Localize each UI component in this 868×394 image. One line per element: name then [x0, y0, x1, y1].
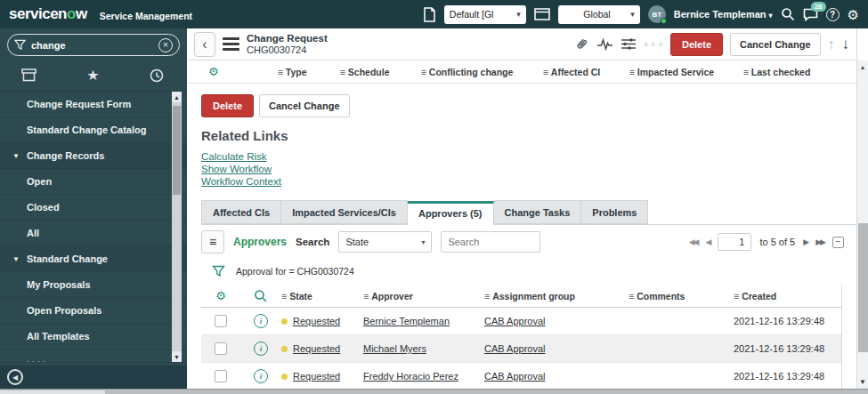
search-column-select[interactable]: State ▾: [338, 231, 432, 253]
minimize-list-icon[interactable]: −: [832, 237, 844, 248]
workflow-context-link[interactable]: Workflow Context: [201, 175, 856, 188]
filter-condition[interactable]: Approval for = CHG0030724: [236, 266, 354, 277]
list-context-menu-icon[interactable]: ≡: [201, 230, 224, 253]
info-icon[interactable]: i: [254, 314, 268, 328]
assignment-group-link[interactable]: CAB Approval: [484, 316, 629, 326]
next-record-icon[interactable]: ↓: [842, 36, 850, 53]
history-clock-icon[interactable]: [150, 68, 164, 83]
more-options-icon[interactable]: ○ ○ ○: [644, 41, 663, 47]
update-set-icon[interactable]: [423, 7, 436, 22]
clear-filter-icon[interactable]: ×: [158, 38, 173, 52]
horizontal-scrollbar-thumb[interactable]: [0, 390, 105, 394]
tab-affected-cis[interactable]: Affected CIs: [201, 200, 281, 224]
state-link[interactable]: Requested: [293, 343, 340, 354]
row-checkbox[interactable]: [215, 342, 227, 355]
search-icon[interactable]: [781, 7, 795, 21]
row-number-input[interactable]: [718, 233, 751, 251]
collapse-navigator-icon[interactable]: ◀: [7, 369, 23, 385]
sidebar-item-all-templates[interactable]: All Templates: [0, 324, 187, 350]
main-scrollbar[interactable]: ▲ ▼: [856, 28, 868, 389]
previous-record-icon[interactable]: ↑: [828, 36, 835, 52]
column-header-comments[interactable]: ≡Comments: [629, 291, 734, 302]
delete-button[interactable]: Delete: [201, 94, 254, 117]
sidebar-item-my-proposals[interactable]: My Proposals: [0, 272, 187, 298]
row-checkbox[interactable]: [215, 315, 227, 327]
row-checkbox[interactable]: [215, 370, 227, 382]
personalize-form-icon[interactable]: [621, 37, 637, 51]
column-header-state[interactable]: ≡State: [281, 291, 363, 302]
show-workflow-link[interactable]: Show Workflow: [201, 163, 856, 175]
scroll-down-icon[interactable]: ▼: [857, 375, 868, 389]
assignment-group-link[interactable]: CAB Approval: [484, 371, 629, 382]
sidebar-item-standard-change-catalog[interactable]: Standard Change Catalog: [0, 117, 187, 143]
column-header-assignment-group[interactable]: ≡Assignment group: [484, 291, 629, 302]
column-header-created[interactable]: ≡Created: [734, 291, 841, 302]
cancel-change-button[interactable]: Cancel Change: [259, 94, 349, 117]
sidebar-item-all[interactable]: All: [0, 221, 187, 246]
state-link[interactable]: Requested: [293, 371, 340, 382]
previous-page-icon[interactable]: ◀: [706, 237, 710, 246]
back-button[interactable]: ‹: [194, 32, 215, 57]
column-header-schedule[interactable]: ≡Schedule: [340, 67, 421, 77]
approver-link[interactable]: Freddy Horacio Perez: [363, 371, 484, 382]
scroll-down-icon[interactable]: ▼: [172, 351, 182, 362]
cancel-change-button[interactable]: Cancel Change: [730, 33, 820, 56]
column-header-approver[interactable]: ≡Approver: [363, 291, 484, 302]
connect-chat-icon[interactable]: 28: [803, 8, 818, 21]
list-search-input[interactable]: [441, 231, 540, 253]
tab-impacted-services-cis[interactable]: Impacted Services/CIs: [281, 200, 408, 224]
sidebar-scrollbar[interactable]: ▲ ▼: [172, 92, 182, 362]
application-scope-icon[interactable]: [534, 8, 550, 20]
gear-icon[interactable]: ⚙: [208, 65, 219, 78]
column-header-impacted-service[interactable]: ≡Impacted Service: [629, 67, 743, 77]
scrollbar-track[interactable]: [857, 74, 868, 375]
horizontal-scrollbar[interactable]: [0, 389, 868, 394]
column-header-conflicting-change[interactable]: ≡Conflicting change: [421, 67, 543, 77]
avatar[interactable]: BT: [648, 5, 666, 23]
scrollbar-thumb[interactable]: [858, 223, 868, 352]
servicenow-logo[interactable]: servicenow: [9, 5, 87, 23]
column-header-last-checked[interactable]: ≡Last checked: [743, 67, 856, 77]
sidebar-item-open[interactable]: Open: [0, 169, 187, 195]
gear-icon[interactable]: ⚙: [201, 289, 240, 302]
form-context-menu-icon[interactable]: [223, 37, 239, 51]
sidebar-item-clipped[interactable]: · · · ·: [0, 350, 187, 363]
sidebar-scrollbar-thumb[interactable]: [173, 106, 181, 195]
user-menu[interactable]: Bernice Templeman▾: [674, 9, 773, 20]
scroll-up-icon[interactable]: ▲: [172, 92, 182, 102]
info-icon[interactable]: i: [254, 342, 268, 356]
all-applications-icon[interactable]: [21, 68, 37, 82]
favorites-star-icon[interactable]: ★: [86, 67, 99, 84]
info-icon[interactable]: i: [254, 369, 268, 383]
filter-funnel-icon[interactable]: [212, 265, 225, 277]
tab-problems[interactable]: Problems: [581, 200, 648, 224]
next-page-icon[interactable]: ▶: [803, 237, 807, 246]
navigator-filter-input[interactable]: [31, 40, 147, 51]
approver-link[interactable]: Bernice Templeman: [363, 316, 484, 326]
sidebar-item-change-request-form[interactable]: Change Request Form: [0, 92, 187, 117]
gear-icon[interactable]: ⚙: [848, 8, 859, 21]
delete-button[interactable]: Delete: [670, 33, 723, 56]
sidebar-item-closed[interactable]: Closed: [0, 195, 187, 221]
update-set-picker[interactable]: Default [Gl ▾: [444, 5, 526, 24]
last-page-icon[interactable]: ▶▶: [815, 237, 824, 246]
first-page-icon[interactable]: ◀◀: [689, 237, 698, 246]
sidebar-section-change-records[interactable]: ▼Change Records: [0, 143, 187, 169]
attachment-paperclip-icon[interactable]: [574, 36, 589, 52]
scroll-up-icon[interactable]: ▲: [857, 60, 868, 74]
approver-link[interactable]: Michael Myers: [363, 343, 484, 354]
navigator-filter[interactable]: ×: [7, 34, 180, 56]
calculate-risk-link[interactable]: Calculate Risk: [201, 150, 856, 163]
help-icon[interactable]: ?: [826, 8, 840, 21]
sidebar-item-open-proposals[interactable]: Open Proposals: [0, 298, 187, 324]
state-link[interactable]: Requested: [293, 316, 340, 326]
assignment-group-link[interactable]: CAB Approval: [484, 343, 629, 354]
column-header-type[interactable]: ≡Type: [278, 67, 340, 77]
sidebar-section-standard-change[interactable]: ▼Standard Change: [0, 246, 187, 272]
application-scope-picker[interactable]: Global ▾: [558, 5, 640, 24]
column-header-affected-ci[interactable]: ≡Affected CI: [543, 67, 629, 77]
tab-approvers[interactable]: Approvers (5): [408, 201, 494, 225]
tab-change-tasks[interactable]: Change Tasks: [494, 200, 582, 224]
activity-stream-icon[interactable]: [596, 37, 613, 51]
list-search-icon[interactable]: [240, 289, 281, 303]
